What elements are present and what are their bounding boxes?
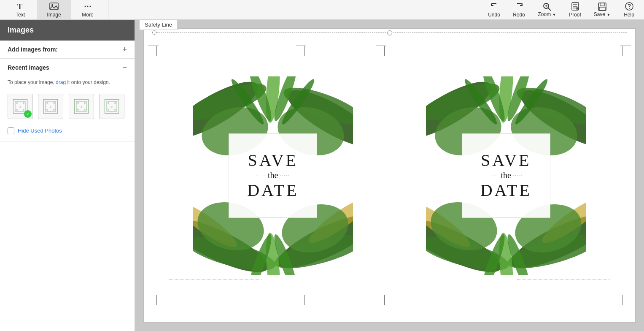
zoom-button[interactable]: Zoom ▼ <box>532 0 562 19</box>
zoom-icon <box>542 2 552 11</box>
more-tool-button[interactable]: More <box>71 0 105 19</box>
image-thumb-1[interactable]: ⊕ ✓ <box>8 94 33 119</box>
crop-handle-left[interactable] <box>152 30 156 35</box>
svg-point-27 <box>46 109 48 111</box>
thumb-3-icon: ⊕ <box>73 98 90 115</box>
canvas-wrapper: SAVE ····· the ····· DATE <box>143 28 636 323</box>
svg-text:⊕: ⊕ <box>81 105 82 108</box>
redo-label: Redo <box>513 12 525 18</box>
svg-rect-11 <box>598 3 606 11</box>
reg-mark-bl-h <box>148 305 159 305</box>
text-tool-button[interactable]: T Text <box>3 0 37 19</box>
card-left-save: SAVE <box>248 152 298 169</box>
svg-point-20 <box>16 109 18 111</box>
svg-point-2 <box>51 4 53 6</box>
proof-label: Proof <box>569 12 581 18</box>
svg-point-33 <box>84 102 86 104</box>
svg-point-28 <box>53 109 55 111</box>
sidebar-hint: To place your image, drag it onto your d… <box>0 76 135 90</box>
tool-group-left: T Text Image More <box>3 0 108 19</box>
svg-rect-13 <box>599 7 605 10</box>
reg-mark-br-h <box>620 305 631 305</box>
undo-button[interactable]: Undo <box>482 0 506 19</box>
add-images-section: Add images from: + <box>0 41 135 59</box>
safety-line-tab[interactable]: Safety Line <box>139 20 178 30</box>
svg-point-4 <box>87 6 89 7</box>
card-right-date: DATE <box>480 182 532 199</box>
recent-images-collapse-button[interactable]: − <box>122 64 127 71</box>
redo-icon <box>515 2 524 11</box>
svg-text:⊕: ⊕ <box>50 105 51 108</box>
svg-text:⊕: ⊕ <box>19 105 21 108</box>
svg-rect-12 <box>600 3 604 6</box>
reg-mark-bc-h <box>376 305 386 305</box>
svg-point-32 <box>77 102 79 104</box>
drag-hint: drag it <box>56 79 70 85</box>
save-button[interactable]: Save ▼ <box>588 0 616 19</box>
help-button[interactable]: Help <box>617 0 641 19</box>
card-left-date: DATE <box>247 182 299 199</box>
undo-label: Undo <box>488 12 500 18</box>
card-right[interactable]: SAVE ····· the ····· DATE <box>426 76 586 275</box>
canvas-area: Safety Line <box>135 20 644 331</box>
tool-group-right: Undo Redo Zoom ▼ <box>482 0 641 19</box>
svg-point-3 <box>85 6 86 7</box>
crop-handle-top[interactable] <box>387 30 392 35</box>
svg-point-42 <box>114 109 116 111</box>
redo-button[interactable]: Redo <box>507 0 531 19</box>
text-icon: T <box>16 2 25 11</box>
svg-point-15 <box>629 8 630 9</box>
more-tool-label: More <box>82 12 93 18</box>
image-thumb-4[interactable]: ⊕ <box>99 94 124 119</box>
image-thumb-3[interactable]: ⊕ <box>69 94 94 119</box>
add-images-label: Add images from: <box>8 46 58 53</box>
reg-mark-tl-h <box>148 46 159 46</box>
recent-images-label: Recent Images <box>8 64 49 71</box>
svg-point-5 <box>90 6 91 7</box>
help-label: Help <box>624 12 634 18</box>
svg-point-26 <box>53 102 55 104</box>
svg-text:⊕: ⊕ <box>111 105 113 108</box>
recent-images-section: Recent Images − To place your image, dra… <box>0 59 135 141</box>
image-thumb-2[interactable]: ⊕ <box>38 94 63 119</box>
svg-text:T: T <box>17 3 22 11</box>
svg-point-21 <box>23 109 24 111</box>
svg-point-40 <box>114 102 116 104</box>
save-icon <box>598 2 607 11</box>
card-right-the: ····· the ····· <box>489 171 523 180</box>
svg-line-7 <box>548 8 551 11</box>
reg-mark-tc-h <box>376 46 386 46</box>
proof-button[interactable]: Proof <box>563 0 587 19</box>
text-tool-label: Text <box>16 12 25 18</box>
hide-photos-checkbox[interactable] <box>8 128 14 134</box>
svg-point-34 <box>77 109 79 111</box>
save-label: Save ▼ <box>594 11 611 17</box>
recent-images-header[interactable]: Recent Images − <box>0 59 135 76</box>
card-right-save: SAVE <box>481 152 531 169</box>
main-layout: Images Add images from: + Recent Images … <box>0 20 644 331</box>
add-images-plus-button[interactable]: + <box>122 46 127 53</box>
thumb-4-icon: ⊕ <box>103 98 120 115</box>
reg-mark-tr-h <box>620 46 631 46</box>
card-left[interactable]: SAVE ····· the ····· DATE <box>193 76 353 275</box>
used-check-badge: ✓ <box>24 110 32 118</box>
cards-container: SAVE ····· the ····· DATE <box>156 50 622 301</box>
card-left-the: ····· the ····· <box>256 171 290 180</box>
undo-icon <box>490 2 499 11</box>
toolbar: T Text Image More <box>0 0 644 20</box>
sidebar: Images Add images from: + Recent Images … <box>0 20 135 331</box>
reg-mark-bc-l-h <box>296 305 306 305</box>
hide-photos-label[interactable]: Hide Used Photos <box>18 128 62 134</box>
image-tool-button[interactable]: Image <box>37 0 71 19</box>
proof-icon <box>571 2 580 11</box>
image-icon <box>49 2 59 11</box>
card-right-text-box: SAVE ····· the ····· DATE <box>462 133 550 218</box>
hide-photos-row[interactable]: Hide Used Photos <box>0 124 135 141</box>
svg-point-39 <box>108 102 109 104</box>
image-tool-label: Image <box>47 12 61 18</box>
image-grid: ⊕ ✓ ⊕ <box>0 90 135 124</box>
svg-point-19 <box>23 102 24 104</box>
add-images-header[interactable]: Add images from: + <box>0 41 135 58</box>
zoom-label: Zoom ▼ <box>538 11 556 17</box>
sidebar-title: Images <box>0 20 135 41</box>
